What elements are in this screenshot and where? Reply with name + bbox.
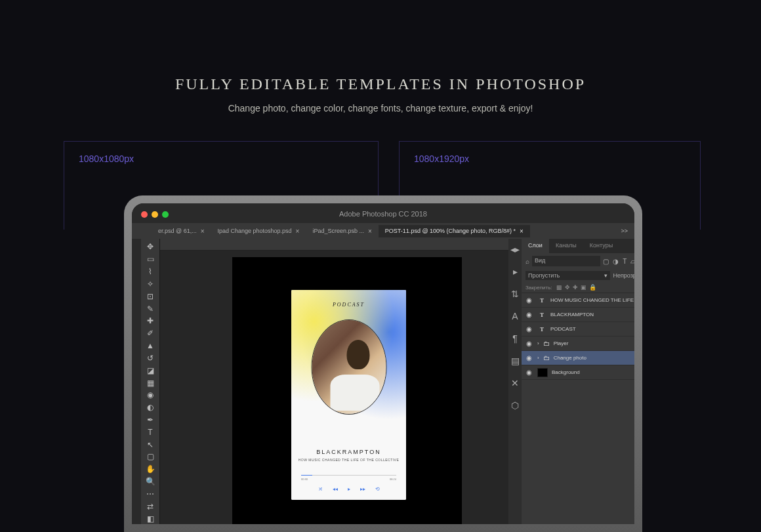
dodge-tool-icon[interactable]: ◐ [143, 402, 157, 413]
document-tab[interactable]: er.psd @ 61,...× [152, 225, 211, 237]
next-icon: ▸▸ [360, 486, 365, 492]
page-heading: FULLY EDITABLE TEMPLATES IN PHOTOSHOP [0, 75, 761, 93]
chevron-down-icon: ▾ [604, 272, 607, 279]
layer-row[interactable]: ◉ T PODCAST [522, 322, 634, 337]
stamp-tool-icon[interactable]: ▲ [143, 340, 157, 352]
path-tool-icon[interactable]: ↖ [143, 439, 157, 450]
expand-arrow-icon[interactable]: › [537, 355, 539, 361]
traffic-lights [141, 211, 169, 218]
type-layer-icon: T [537, 297, 546, 304]
close-tab-icon[interactable]: × [296, 228, 300, 235]
player-progress-bar [301, 475, 396, 476]
filter-adjust-icon[interactable]: ◑ [613, 258, 619, 265]
close-tab-icon[interactable]: × [520, 228, 524, 235]
layers-panel: Слои Каналы Контуры ⌕ Вид ▢ ◑ T ▱ ▣ [522, 239, 634, 524]
expand-arrow-icon[interactable]: › [537, 340, 539, 346]
magic-wand-tool-icon[interactable]: ✧ [143, 278, 157, 289]
lock-position-icon[interactable]: ✥ [565, 284, 570, 291]
prev-icon: ◂◂ [333, 486, 338, 492]
lock-nested-icon[interactable]: ▣ [581, 284, 586, 291]
play-panel-icon[interactable]: ▸ [508, 265, 522, 278]
layer-row[interactable]: ◉ Background [522, 365, 634, 380]
document-tab[interactable]: iPad_Screen.psb ...× [306, 225, 378, 237]
visibility-icon[interactable]: ◉ [524, 354, 533, 361]
layer-thumbnail [537, 368, 548, 377]
library-panel-icon[interactable]: ▤ [508, 354, 522, 367]
maximize-window-icon[interactable] [162, 211, 169, 218]
filter-icons: ▢ ◑ T ▱ ▣ [603, 258, 634, 265]
design-player: 00:3008:24 ⤨ ◂◂ ▸ ▸▸ ⟲ [301, 475, 396, 492]
zoom-tool-icon[interactable]: 🔍 [143, 476, 157, 487]
layer-row[interactable]: ◉ T BLACKRAMPTON [522, 308, 634, 322]
app-title: Adobe Photoshop CC 2018 [339, 210, 427, 218]
workspace: ✥ ▭ ⌇ ✧ ⊡ ✎ ✚ ✐ ▲ ↺ ◪ ▦ ◉ ◐ ✒ T ↖ ▢ ✋ 🔍 [132, 239, 634, 524]
layer-name: PODCAST [550, 326, 634, 332]
right-panels: ◂▸ ▸ ⇅ A ¶ ▤ ✕ ⬡ Слои Каналы Контуры [508, 239, 634, 524]
filter-pixel-icon[interactable]: ▢ [603, 258, 609, 265]
hand-tool-icon[interactable]: ✋ [143, 464, 157, 475]
layer-name: HOW MUSIC CHANGED THE LIFE OF T [550, 297, 634, 303]
document-tabs: er.psd @ 61,...× Ipad Change photoshop.p… [132, 223, 634, 239]
crop-tool-icon[interactable]: ⊡ [143, 291, 157, 302]
expand-panel-icon[interactable]: ◂▸ [508, 243, 522, 256]
healing-tool-icon[interactable]: ✚ [143, 316, 157, 327]
visibility-icon[interactable]: ◉ [524, 340, 533, 347]
layer-row[interactable]: ◉ › 🗀 Player [522, 337, 634, 351]
close-window-icon[interactable] [141, 211, 148, 218]
design-artboard: PODCAST BLACKRAMPTON HOW MUSIC CHANGED T… [291, 290, 406, 500]
layers-tab[interactable]: Слои [522, 239, 549, 253]
blend-mode-row: Пропустить▾ Непрозрачн [522, 269, 634, 282]
more-tools-icon[interactable]: ⋯ [143, 489, 157, 500]
document-tab-active[interactable]: POST-11.psd @ 100% (Change photo, RGB/8#… [379, 225, 530, 237]
shape-tool-icon[interactable]: ▢ [143, 451, 157, 462]
eyedropper-tool-icon[interactable]: ✎ [143, 303, 157, 314]
foreground-color-icon[interactable]: ◧ [143, 513, 157, 524]
design-photo [312, 320, 386, 414]
design-arc-text: PODCAST [333, 302, 365, 308]
lasso-tool-icon[interactable]: ⌇ [143, 266, 157, 277]
filter-shape-icon[interactable]: ▱ [630, 258, 634, 265]
layer-row-selected[interactable]: ◉ › 🗀 Change photo [522, 351, 634, 365]
paths-tab[interactable]: Контуры [583, 239, 619, 253]
marquee-tool-icon[interactable]: ▭ [143, 254, 157, 265]
history-brush-tool-icon[interactable]: ↺ [143, 352, 157, 363]
play-icon: ▸ [348, 486, 350, 492]
lock-icon[interactable]: 🔒 [589, 284, 596, 291]
document-tab[interactable]: Ipad Change photoshop.psd× [211, 225, 306, 237]
template-size-label-2: 1080x1920px [400, 142, 700, 176]
color-swap-icon[interactable]: ⇄ [143, 501, 157, 512]
paragraph-panel-icon[interactable]: ¶ [508, 332, 522, 345]
glyphs-panel-icon[interactable]: A [508, 310, 522, 323]
move-tool-icon[interactable]: ✥ [143, 241, 157, 253]
close-tab-icon[interactable]: × [201, 228, 205, 235]
brush-tool-icon[interactable]: ✐ [143, 328, 157, 339]
type-tool-icon[interactable]: T [143, 426, 157, 438]
pen-tool-icon[interactable]: ✒ [143, 415, 157, 426]
blend-mode-dropdown[interactable]: Пропустить▾ [525, 271, 610, 280]
player-progress-fill [301, 475, 312, 476]
gradient-tool-icon[interactable]: ▦ [143, 377, 157, 388]
sliders-panel-icon[interactable]: ⇅ [508, 287, 522, 300]
minimize-window-icon[interactable] [152, 211, 158, 218]
lock-all-icon[interactable]: ✚ [573, 284, 578, 291]
lock-pixels-icon[interactable]: ▩ [556, 284, 562, 291]
visibility-icon[interactable]: ◉ [524, 369, 533, 376]
3d-panel-icon[interactable]: ⬡ [508, 399, 522, 412]
blur-tool-icon[interactable]: ◉ [143, 390, 157, 401]
layer-name: Background [552, 369, 634, 375]
eraser-tool-icon[interactable]: ◪ [143, 365, 157, 376]
filter-type-icon[interactable]: T [623, 258, 627, 265]
opacity-label: Непрозрачн [613, 272, 634, 279]
tools-panel-icon[interactable]: ✕ [508, 377, 522, 390]
search-icon[interactable]: ⌕ [525, 258, 529, 265]
close-tab-icon[interactable]: × [368, 228, 372, 235]
visibility-icon[interactable]: ◉ [524, 297, 533, 304]
visibility-icon[interactable]: ◉ [524, 311, 533, 318]
tab-overflow-icon[interactable]: >> [621, 228, 634, 234]
player-controls: ⤨ ◂◂ ▸ ▸▸ ⟲ [301, 486, 396, 492]
layer-row[interactable]: ◉ T HOW MUSIC CHANGED THE LIFE OF T [522, 293, 634, 308]
visibility-icon[interactable]: ◉ [524, 325, 533, 333]
document-canvas[interactable]: PODCAST BLACKRAMPTON HOW MUSIC CHANGED T… [232, 257, 462, 524]
filter-kind-dropdown[interactable]: Вид [532, 256, 600, 266]
channels-tab[interactable]: Каналы [549, 239, 583, 253]
